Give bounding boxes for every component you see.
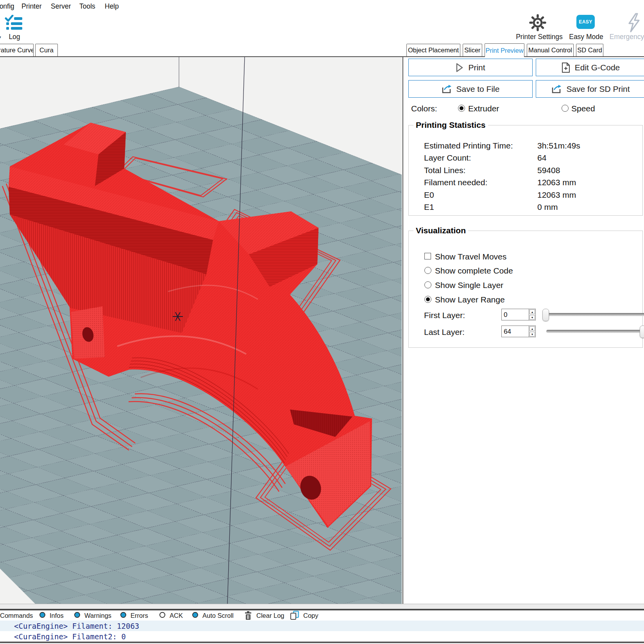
emergency-button[interactable] <box>626 13 642 34</box>
tab-label: Object Placement <box>408 47 459 54</box>
stat-value: 12063 mm <box>537 190 576 200</box>
last-layer-slider-handle[interactable] <box>640 326 644 338</box>
export-icon <box>442 84 452 94</box>
last-layer-slider-track[interactable] <box>546 330 644 333</box>
clear-log-label[interactable]: Clear Log <box>256 612 284 619</box>
first-layer-label: First Layer: <box>424 311 465 320</box>
errors-toggle-label[interactable]: Errors <box>131 612 148 619</box>
edit-gcode-button[interactable]: Edit G-Code <box>536 59 644 76</box>
save-for-sd-button[interactable]: Save for SD Print <box>536 80 644 98</box>
last-layer-spinbox[interactable]: 64 ▲▼ <box>501 326 536 337</box>
tab-label: Slicer <box>464 47 480 54</box>
auto-scroll-toggle-label[interactable]: Auto Scroll <box>202 612 234 619</box>
spin-up-icon[interactable]: ▲ <box>530 326 535 331</box>
tab-manual-control[interactable]: Manual Control <box>527 44 574 56</box>
log-button-label: Log <box>5 33 23 41</box>
ack-toggle-label[interactable]: ACK <box>170 612 183 619</box>
tab-label: Manual Control <box>528 47 572 54</box>
gear-icon <box>528 13 547 32</box>
tab-cura[interactable]: Cura <box>35 44 58 56</box>
chevron-down-icon[interactable]: ▾ <box>0 34 1 40</box>
stat-label: Total Lines: <box>424 166 465 175</box>
clear-log-button[interactable] <box>245 611 252 621</box>
tab-temperature-curve[interactable]: Temperature Curve <box>0 44 34 56</box>
menu-server[interactable]: Server <box>51 2 71 11</box>
main-toolbar: ▾ Log Pri <box>0 13 644 43</box>
edit-gcode-icon <box>562 63 570 73</box>
speed-radio-label[interactable]: Speed <box>571 104 595 113</box>
warnings-toggle[interactable] <box>74 612 80 618</box>
show-single-layer-label[interactable]: Show Single Layer <box>435 281 503 290</box>
printer-settings-button[interactable] <box>528 13 547 34</box>
save-for-sd-label: Save for SD Print <box>566 84 630 94</box>
first-layer-spinbox[interactable]: 0 ▲▼ <box>501 309 536 320</box>
stat-label: Layer Count: <box>424 153 471 163</box>
show-complete-code-radio[interactable] <box>424 267 431 274</box>
infos-toggle-label[interactable]: Infos <box>50 612 64 619</box>
lightning-icon <box>626 13 642 33</box>
extruder-radio[interactable] <box>458 105 465 112</box>
tab-slicer[interactable]: Slicer <box>463 44 482 56</box>
easy-mode-label: Easy Mode <box>569 33 604 41</box>
tab-print-preview[interactable]: Print Preview <box>485 43 524 57</box>
tab-sd-card[interactable]: SD Card <box>576 44 603 56</box>
play-icon <box>456 63 463 72</box>
spin-up-icon[interactable]: ▲ <box>530 309 535 314</box>
infos-toggle[interactable] <box>39 612 45 618</box>
copy-button[interactable] <box>290 611 299 622</box>
errors-toggle[interactable] <box>120 612 126 618</box>
spinner-buttons[interactable]: ▲▼ <box>529 309 535 320</box>
log-checklist-icon <box>5 15 23 31</box>
print-button[interactable]: Print <box>408 59 533 76</box>
colors-label: Colors: <box>411 104 437 113</box>
print-preview-3d-viewport[interactable] <box>0 57 402 604</box>
tab-label: Print Preview <box>485 47 523 54</box>
splitter-handle[interactable] <box>0 604 644 609</box>
menu-config[interactable]: Config <box>0 2 14 11</box>
stat-label: E1 <box>424 202 434 212</box>
save-to-file-button[interactable]: Save to File <box>408 80 533 98</box>
print-button-label: Print <box>468 63 485 72</box>
menu-help[interactable]: Help <box>105 2 119 11</box>
show-travel-moves-label[interactable]: Show Travel Moves <box>435 252 506 261</box>
visualization-title: Visualization <box>413 226 468 235</box>
menu-bar: Config Printer Server Tools Help <box>0 0 644 13</box>
tab-strip: Temperature Curve Cura Object Placement … <box>0 43 644 57</box>
repetier-host-window: Config Printer Server Tools Help ▾ Log <box>0 0 644 644</box>
copy-icon <box>290 611 299 620</box>
tab-object-placement[interactable]: Object Placement <box>406 44 460 56</box>
stat-label: Estimated Printing Time: <box>424 141 513 150</box>
save-to-file-label: Save to File <box>456 84 500 94</box>
printer-settings-label: Printer Settings <box>512 33 567 41</box>
menu-printer[interactable]: Printer <box>21 2 42 11</box>
printing-statistics-title: Printing Statistics <box>413 120 488 130</box>
easy-mode-button[interactable]: EASY <box>576 15 595 29</box>
speed-radio[interactable] <box>562 105 569 112</box>
first-layer-value: 0 <box>504 311 507 319</box>
commands-button[interactable]: Commands <box>0 612 33 619</box>
stat-value: 59408 <box>537 166 560 175</box>
show-single-layer-radio[interactable] <box>424 281 431 288</box>
log-button[interactable] <box>5 15 23 33</box>
extruder-radio-label[interactable]: Extruder <box>468 104 499 113</box>
warnings-toggle-label[interactable]: Warnings <box>84 612 111 619</box>
auto-scroll-toggle[interactable] <box>192 612 198 618</box>
show-travel-moves-checkbox[interactable] <box>424 253 431 259</box>
stat-value: 64 <box>537 153 546 163</box>
tab-label: Temperature Curve <box>0 47 34 54</box>
stat-label: Filament needed: <box>424 178 487 187</box>
menu-tools[interactable]: Tools <box>79 2 95 11</box>
first-layer-slider-track[interactable] <box>546 313 644 316</box>
show-layer-range-label[interactable]: Show Layer Range <box>435 295 505 304</box>
spin-down-icon[interactable]: ▼ <box>530 315 535 320</box>
copy-label[interactable]: Copy <box>303 612 318 619</box>
show-layer-range-radio[interactable] <box>424 296 431 303</box>
spin-down-icon[interactable]: ▼ <box>530 332 535 336</box>
show-complete-code-label[interactable]: Show complete Code <box>435 266 513 275</box>
first-layer-slider-handle[interactable] <box>542 309 549 321</box>
ack-toggle[interactable] <box>159 612 165 618</box>
stat-value: 3h:51m:49s <box>537 141 580 150</box>
3d-scene <box>0 57 402 604</box>
export-icon <box>551 84 562 94</box>
spinner-buttons[interactable]: ▲▼ <box>529 326 535 337</box>
